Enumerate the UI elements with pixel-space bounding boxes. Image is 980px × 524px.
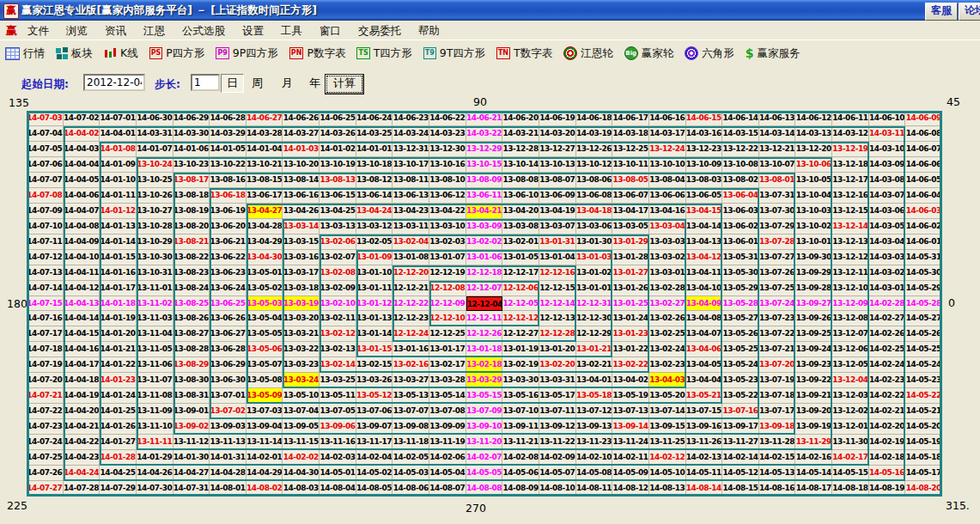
date-cell: 13-07-24 [759,296,796,312]
date-cell: 13-08-19 [173,204,210,219]
menu-item-browse[interactable]: 浏览 [58,23,96,40]
date-cell: 13-11-23 [576,435,613,450]
date-cell: 14-07-06 [27,157,64,173]
date-cell: 14-07-31 [173,481,210,497]
date-cell: 14-07-14 [27,281,64,296]
date-cell: 13-10-23 [173,157,210,173]
date-cell: 13-03-04 [649,219,686,235]
date-cell: 14-07-17 [27,326,64,342]
date-cell: 13-01-06 [466,250,503,265]
date-cell: 14-01-20 [100,326,137,342]
date-cell: 14-03-24 [393,126,429,142]
menu-item-gann[interactable]: 江恩 [135,23,173,40]
date-cell: 14-06-22 [429,111,466,126]
date-cell: 13-02-13 [320,342,356,357]
toolbar-item-hexagon[interactable]: 六角形 [685,46,734,61]
period-option-year[interactable]: 年 [309,76,320,91]
date-cell: 12-12-12 [502,311,539,326]
calculate-button[interactable]: 计算 [325,74,364,94]
date-cell: 14-06-04 [905,188,942,204]
date-cell: 14-01-27 [100,435,137,450]
date-cell: 13-06-23 [210,265,247,281]
date-cell: 13-12-20 [795,142,832,157]
menu-item-trade[interactable]: 交易委托 [350,23,410,40]
menu-item-formula-picker[interactable]: 公式选股 [173,23,234,40]
menu-item-file[interactable]: 文件 [19,23,58,40]
toolbar-item-p-square[interactable]: PSP四方形 [149,46,205,61]
customer-service-button[interactable]: 客服 [925,3,958,21]
date-cell: 13-09-23 [795,357,832,373]
toolbar-item-winner-service[interactable]: $赢家服务 [746,46,800,61]
step-input[interactable] [191,74,220,91]
date-cell: 13-06-17 [247,188,283,204]
toolbar-item-winner-wheel[interactable]: Big赢家轮 [624,46,674,61]
date-cell: 13-02-28 [649,281,686,296]
date-cell: 13-05-15 [466,388,503,404]
date-cell: 14-03-23 [429,126,466,142]
menu-item-help[interactable]: 帮助 [410,23,448,40]
date-cell: 14-02-21 [869,404,906,419]
start-date-input[interactable] [83,74,145,91]
date-cell: 13-10-03 [795,204,832,219]
menu-item-window[interactable]: 窗口 [311,23,350,40]
date-cell: 12-12-17 [502,265,539,281]
date-cell: 14-08-09 [502,481,539,497]
date-cell: 13-01-22 [612,342,649,357]
date-cell: 13-10-14 [502,157,539,173]
date-cell: 13-10-11 [612,157,649,173]
date-cell: 14-04-10 [64,250,100,265]
toolbar-item-t-square[interactable]: TST四方形 [356,46,411,61]
date-cell: 14-03-10 [869,142,906,157]
date-cell: 14-01-22 [100,357,137,373]
date-cell: 13-07-02 [210,404,247,419]
date-cell: 14-07-05 [27,142,64,157]
date-cell: 13-08-20 [173,219,210,235]
date-cell: 14-01-01 [356,142,393,157]
date-cell: 13-12-19 [832,142,869,157]
date-cell: 14-06-03 [905,204,942,219]
date-cell: 13-09-22 [795,373,832,388]
toolbar-item-sectors[interactable]: 板块 [56,46,93,61]
date-cell: 13-10-10 [649,157,686,173]
toolbar-item-9t-square[interactable]: T99T四方形 [423,46,485,61]
date-cell: 13-11-25 [649,435,686,450]
date-cell: 13-10-31 [137,265,173,281]
window-title: 赢家江恩专业版[赢家内部服务平台] － [上证指数时间正方形] [21,3,317,18]
date-cell: 13-06-27 [210,326,247,342]
menu-item-settings[interactable]: 设置 [234,23,272,40]
toolbar-item-kline[interactable]: K线 [104,46,138,61]
toolbar-item-p-table[interactable]: PNP数字表 [289,46,346,61]
date-cell: 13-07-27 [759,250,796,265]
date-cell: 13-04-14 [686,219,723,235]
date-cell: 13-04-09 [686,296,723,312]
period-option-month[interactable]: 月 [282,76,293,91]
date-cell: 13-03-16 [283,250,320,265]
toolbar-item-gann-wheel[interactable]: 江恩轮 [563,46,613,61]
start-date-label: 起始日期: [21,77,69,92]
date-cell: 13-05-23 [722,373,759,388]
date-cell: 13-08-05 [612,173,649,188]
toolbar-item-t-table[interactable]: TNT数字表 [496,46,552,61]
forum-button[interactable]: 论坛 [959,3,980,21]
date-cell: 13-04-03 [649,373,686,388]
date-cell: 14-02-09 [539,450,576,466]
period-option-week[interactable]: 周 [252,76,263,91]
period-option-day[interactable]: 日 [221,74,244,93]
toolbar-item-quotes[interactable]: 行情 [5,46,45,61]
date-cell: 12-12-21 [393,281,429,296]
date-cell: 14-07-13 [27,265,64,281]
menu-item-news[interactable]: 资讯 [96,23,135,40]
date-cell: 13-06-01 [722,235,759,250]
date-cell: 13-05-19 [612,388,649,404]
date-cell: 14-06-27 [247,111,283,126]
date-cell: 13-03-07 [539,219,576,235]
menu-item-tools[interactable]: 工具 [272,23,311,40]
date-cell: 13-08-24 [173,281,210,296]
date-cell: 13-03-18 [283,281,320,296]
date-cell: 13-12-28 [502,142,539,157]
date-cell: 14-06-08 [905,126,942,142]
toolbar-item-9p-square[interactable]: P99P四方形 [216,46,277,61]
date-cell: 12-12-09 [429,296,466,312]
date-cell: 14-07-01 [100,111,137,126]
date-cell: 13-08-02 [722,173,759,188]
